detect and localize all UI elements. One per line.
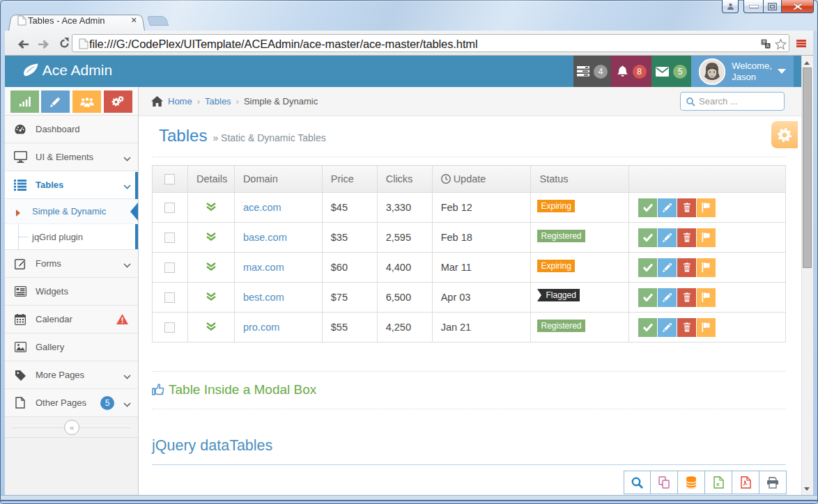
svg-text:A: A xyxy=(766,43,770,48)
svg-text:x: x xyxy=(716,481,720,487)
